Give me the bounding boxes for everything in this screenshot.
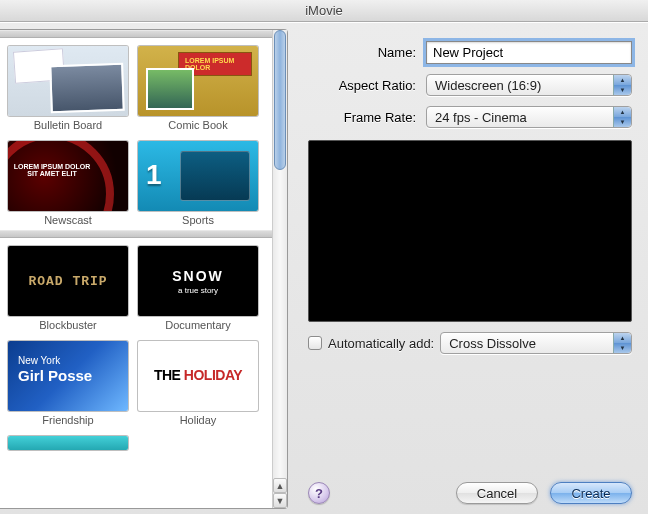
template-item-bulletin-board[interactable]: Bulletin Board <box>8 46 128 131</box>
template-label: Holiday <box>138 414 258 426</box>
automatically-add-label: Automatically add: <box>328 336 434 351</box>
template-group: Bulletin Board Comic Book Newscast Sport… <box>0 38 272 230</box>
project-form-panel: Name: Aspect Ratio: Widescreen (16:9) ▲▼… <box>288 23 648 514</box>
template-item-sports[interactable]: Sports <box>138 141 258 226</box>
frame-rate-value: 24 fps - Cinema <box>435 110 527 125</box>
help-button[interactable]: ? <box>308 482 330 504</box>
create-button-label: Create <box>571 486 610 501</box>
automatic-add-row: Automatically add: Cross Dissolve ▲▼ <box>308 332 632 354</box>
scrollbar-thumb[interactable] <box>274 30 286 170</box>
template-item-partial[interactable] <box>8 436 128 450</box>
form-row-framerate: Frame Rate: 24 fps - Cinema ▲▼ <box>308 106 632 128</box>
automatically-add-checkbox[interactable] <box>308 336 322 350</box>
thumb-text: THE HOLIDAY <box>138 367 258 383</box>
window-titlebar: iMovie <box>0 0 648 22</box>
template-thumb <box>138 141 258 211</box>
form-row-aspect: Aspect Ratio: Widescreen (16:9) ▲▼ <box>308 74 632 96</box>
template-item-newscast[interactable]: Newscast <box>8 141 128 226</box>
select-stepper-icon: ▲▼ <box>613 75 631 95</box>
sheet-footer: ? Cancel Create <box>308 482 632 504</box>
aspect-ratio-label: Aspect Ratio: <box>308 78 426 93</box>
help-icon: ? <box>315 486 323 501</box>
template-thumb: New York Girl Posse <box>8 341 128 411</box>
window-title: iMovie <box>305 3 343 18</box>
template-scroll-area[interactable]: Bulletin Board Comic Book Newscast Sport… <box>0 30 272 508</box>
template-item-documentary[interactable]: SNOW a true story Documentary <box>138 246 258 331</box>
template-group-header <box>0 30 272 38</box>
template-thumb <box>8 141 128 211</box>
template-item-comic-book[interactable]: Comic Book <box>138 46 258 131</box>
new-project-sheet: Bulletin Board Comic Book Newscast Sport… <box>0 22 648 514</box>
template-group: Blockbuster SNOW a true story Documentar… <box>0 238 272 454</box>
frame-rate-label: Frame Rate: <box>308 110 426 125</box>
project-name-input[interactable] <box>426 41 632 64</box>
template-item-blockbuster[interactable]: Blockbuster <box>8 246 128 331</box>
transition-select[interactable]: Cross Dissolve ▲▼ <box>440 332 632 354</box>
scroll-up-icon[interactable]: ▲ <box>273 478 287 493</box>
scrollbar-track[interactable] <box>273 30 287 478</box>
template-label: Newscast <box>8 214 128 226</box>
select-stepper-icon: ▲▼ <box>613 107 631 127</box>
template-picker-panel: Bulletin Board Comic Book Newscast Sport… <box>0 29 288 509</box>
template-group-header <box>0 230 272 238</box>
thumb-text: Girl Posse <box>18 367 92 384</box>
template-label: Friendship <box>8 414 128 426</box>
thumb-text: SNOW <box>138 268 258 284</box>
select-stepper-icon: ▲▼ <box>613 333 631 353</box>
create-button[interactable]: Create <box>550 482 632 504</box>
cancel-button[interactable]: Cancel <box>456 482 538 504</box>
thumb-text: a true story <box>138 286 258 295</box>
cancel-button-label: Cancel <box>477 486 517 501</box>
form-row-name: Name: <box>308 41 632 64</box>
template-label: Bulletin Board <box>8 119 128 131</box>
template-item-holiday[interactable]: THE HOLIDAY Holiday <box>138 341 258 426</box>
template-thumb <box>8 46 128 116</box>
name-label: Name: <box>308 45 426 60</box>
template-thumb <box>8 436 128 450</box>
template-label: Blockbuster <box>8 319 128 331</box>
template-scrollbar[interactable]: ▲ ▼ <box>272 30 287 508</box>
template-label: Comic Book <box>138 119 258 131</box>
project-preview <box>308 140 632 322</box>
template-thumb: THE HOLIDAY <box>138 341 258 411</box>
template-thumb <box>8 246 128 316</box>
template-label: Documentary <box>138 319 258 331</box>
frame-rate-select[interactable]: 24 fps - Cinema ▲▼ <box>426 106 632 128</box>
aspect-ratio-select[interactable]: Widescreen (16:9) ▲▼ <box>426 74 632 96</box>
thumb-text: New York <box>18 355 60 366</box>
transition-value: Cross Dissolve <box>449 336 536 351</box>
template-label: Sports <box>138 214 258 226</box>
template-thumb: SNOW a true story <box>138 246 258 316</box>
scroll-down-icon[interactable]: ▼ <box>273 493 287 508</box>
template-thumb <box>138 46 258 116</box>
template-item-friendship[interactable]: New York Girl Posse Friendship <box>8 341 128 426</box>
aspect-ratio-value: Widescreen (16:9) <box>435 78 541 93</box>
